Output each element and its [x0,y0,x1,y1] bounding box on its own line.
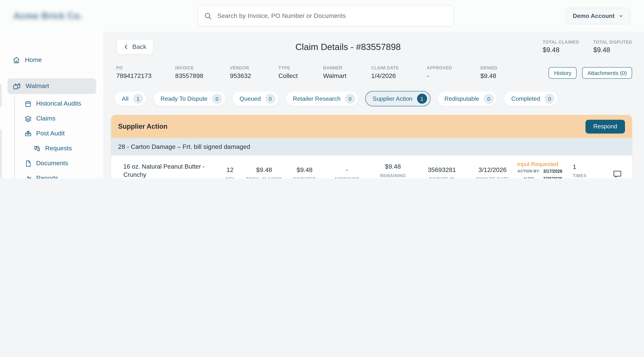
calendar-icon [24,100,32,107]
item-col-dispute-id: 35693281 DISPUTE ID [416,166,468,179]
times-disputed-block: 1 TIMES DISPUTED [573,163,606,179]
meta-field-po: PO 7894172173 [116,66,175,80]
respond-button[interactable]: Respond [586,120,625,133]
meta-label: INVOICE [175,66,230,70]
sidebar-item-label: Reports [36,175,58,179]
history-button[interactable]: History [549,67,576,79]
col-label: TOTAL CLAIMED [246,176,282,179]
item-name: 16 oz. Natural Peanut Butter - Crunchy [123,162,208,179]
item-col-remaining-claimed: $9.48 REMAINING CLAIMED [370,163,416,179]
item-comment-button[interactable] [606,170,628,179]
meta-field-claim-date: CLAIM DATE 1/4/2026 [371,66,427,80]
comment-icon [613,170,622,179]
claim-reason: 28 - Carton Damage – Frt. bill signed da… [118,143,250,151]
tab-count-badge: 0 [265,94,275,104]
tab-label: Completed [511,95,540,102]
meta-field-invoice: INVOICE 83557898 [175,66,230,80]
sidebar: Home Walmart Historical Audits [0,32,104,179]
times-disputed-value: 1 [573,163,606,171]
tab-completed[interactable]: Completed 0 [504,91,558,106]
tab-ready-to-dispute[interactable]: Ready To Dispute 0 [153,91,226,106]
total-disputed-label: TOTAL DISPUTED [593,40,632,44]
tab-count-badge: 1 [417,94,427,104]
sidebar-item-label: Documents [36,160,68,167]
tab-count-badge: 1 [133,94,143,104]
account-label: Demo Account [573,13,614,19]
home-icon [13,56,20,64]
document-icon [24,160,32,167]
meta-field-banner: BANNER Walmart [323,66,371,80]
sidebar-item-documents[interactable]: Documents [15,156,104,171]
tab-label: Redisputable [444,95,479,102]
item-col-disputed: $9.48 DISPUTED [286,166,324,179]
col-label: QTY [225,176,234,179]
walmart-subnav: Historical Audits Claims Post Audit [14,96,104,179]
total-claimed-value: $9.48 [543,46,579,54]
account-dropdown[interactable]: Demo Account [566,8,630,24]
main-content: Back Claim Details - #83557898 TOTAL CLA… [104,32,644,179]
status-row-label: ACTION BY: [517,168,540,174]
col-value: $9.48 [385,163,401,170]
sidebar-item-reports[interactable]: Reports [15,171,104,179]
col-value: $9.48 [256,166,272,174]
tab-supplier-action[interactable]: Supplier Action 1 [365,91,430,106]
claim-totals: TOTAL CLAIMED $9.48 TOTAL DISPUTED $9.48 [543,40,632,54]
col-label: DISPUTED [293,176,316,179]
item-col-qty: 12 QTY [217,166,242,179]
meta-value: 7894172173 [116,72,175,80]
banner-title: Supplier Action [118,123,168,130]
col-value: - [346,166,348,174]
tab-retailer-research[interactable]: Retailer Research 0 [285,91,358,106]
col-value: 35693281 [428,166,456,174]
sidebar-item-post-audit[interactable]: Post Audit [15,126,104,141]
meta-value: - [427,72,480,80]
meta-field-vendor: VENDOR 953632 [230,66,278,80]
item-col-dispute-date: 3/12/2026 DISPUTE DATE [468,166,517,179]
col-value: 3/12/2026 [478,166,506,174]
item-col-approved: - APPROVED [324,166,370,179]
attachments-button[interactable]: Attachments (0) [582,67,632,79]
tab-all[interactable]: All 1 [114,91,146,106]
col-value: $9.48 [297,166,312,174]
tab-redisputable[interactable]: Redisputable 0 [437,91,497,106]
col-label: DISPUTE ID [429,176,455,179]
meta-label: BANNER [323,66,371,70]
sidebar-item-walmart[interactable]: Walmart [8,78,96,94]
sidebar-item-label: Post Audit [36,130,65,137]
supplier-action-banner: Supplier Action Respond [111,115,632,138]
search-input[interactable] [216,12,448,20]
dispute-status-block: Input Requested ACTION BY: 3/17/2026 AUT… [517,161,573,179]
sidebar-item-home[interactable]: Home [8,53,96,68]
tab-label: Queued [240,95,261,102]
item-name-block: 16 oz. Natural Peanut Butter - Crunchy I… [111,162,217,179]
sidebar-item-label: Home [25,56,42,64]
meta-value: $9.48 [480,72,522,80]
global-search[interactable] [198,5,454,27]
back-button[interactable]: Back [116,39,154,55]
back-label: Back [132,43,146,51]
tab-queued[interactable]: Queued 0 [232,91,279,106]
meta-label: TYPE [278,66,323,70]
sidebar-item-label: Walmart [26,83,49,90]
topbar: Acme Brick Co. Demo Account [0,0,644,32]
sidebar-item-historical-audits[interactable]: Historical Audits [15,96,104,111]
tab-label: Supplier Action [373,95,412,102]
meta-label: PO [116,66,175,70]
shopping-bags-icon [13,82,21,90]
status-row-value: 3/26/2026 [543,176,570,179]
sidebar-item-label: Historical Audits [36,100,81,107]
page-title: Claim Details - #83557898 [154,42,543,52]
sidebar-item-claims[interactable]: Claims [15,111,104,126]
sidebar-item-label: Claims [36,115,56,122]
meta-value: 1/4/2026 [371,72,427,80]
sidebar-item-requests[interactable]: Requests [15,141,104,156]
meta-value: Collect [278,72,323,80]
meta-field-denied: DENIED $9.48 [480,66,522,80]
status-row-value: 3/17/2026 [543,168,570,175]
claim-item-row: 16 oz. Natural Peanut Butter - Crunchy I… [111,156,632,179]
meta-value: 83557898 [175,72,230,80]
claim-reason-row: 28 - Carton Damage – Frt. bill signed da… [111,138,632,156]
envelope-dollar-icon [24,130,32,137]
tab-count-badge: 0 [345,94,355,104]
meta-label: DENIED [480,66,522,70]
